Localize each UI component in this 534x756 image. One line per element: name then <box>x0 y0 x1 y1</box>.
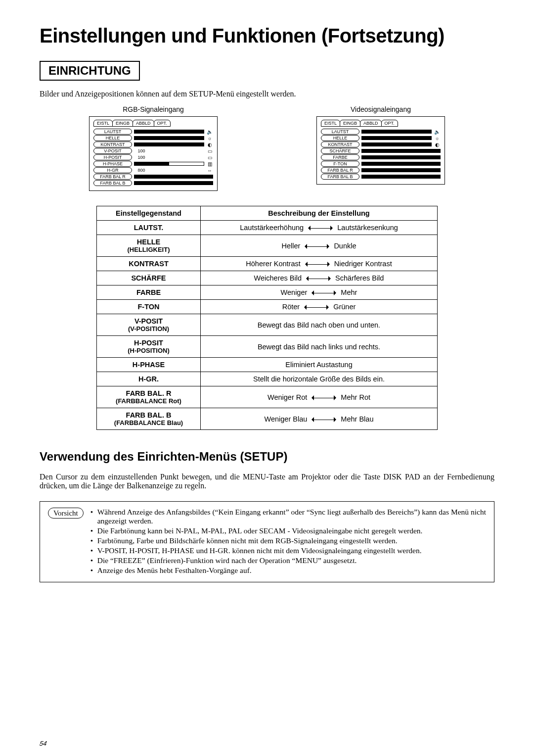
osd-item-label: H-POSIT <box>93 154 132 160</box>
table-row: FARB BAL. R(FARBBALANCE Rot)Weniger Rot … <box>97 386 438 408</box>
osd-panel-video: EISTLEINGBABBLDOPT.LAUTST🔈HELLE☼KONTRAST… <box>316 116 445 185</box>
osd-item: FARB BAL B <box>321 174 441 180</box>
osd-item: HELLE☼ <box>93 135 213 141</box>
osd-tab: EISTL <box>321 120 340 127</box>
osd-right-column: Videosignaleingang EISTLEINGBABBLDOPT.LA… <box>316 105 445 191</box>
osd-tabs: EISTLEINGBABBLDOPT. <box>321 120 441 127</box>
page-title: Einstellungen und Funktionen (Fortsetzun… <box>40 25 494 47</box>
row-desc: Bewegt das Bild nach links und rechts. <box>201 336 438 358</box>
row-item: HELLE(HELLIGKEIT) <box>97 235 201 257</box>
osd-icon: 🔈 <box>434 129 441 135</box>
row-item: LAUTST. <box>97 221 201 235</box>
osd-item: FARB BAL B <box>93 180 213 186</box>
osd-item: H-PHASE▥ <box>93 161 213 167</box>
osd-bar <box>361 130 432 134</box>
osd-item-label: LAUTST <box>321 129 359 135</box>
table-row: KONTRASTHöherer Kontrast Niedriger Kontr… <box>97 257 438 271</box>
osd-item: H-POSIT100▭ <box>93 154 213 160</box>
osd-bar <box>361 136 432 140</box>
osd-row: RGB-Signaleingang EISTLEINGBABBLDOPT.LAU… <box>40 105 494 191</box>
osd-item-label: KONTRAST <box>93 142 132 147</box>
section-heading-box: EINRICHTUNG <box>40 61 140 81</box>
osd-tabs: EISTLEINGBABBLDOPT. <box>93 120 213 127</box>
osd-icon: ☼ <box>206 136 213 141</box>
osd-icon: ↔ <box>206 168 213 173</box>
row-item: FARB BAL. R(FARBBALANCE Rot) <box>97 386 201 408</box>
row-item: SCHÄRFE <box>97 271 201 285</box>
osd-item: KONTRAST◐ <box>93 142 213 147</box>
caution-box: Vorsicht •Während Anzeige des Anfangsbil… <box>40 501 494 582</box>
osd-bar <box>361 149 441 153</box>
osd-item: FARB BAL R <box>321 167 441 173</box>
osd-bar <box>134 142 204 146</box>
row-desc: Lautstärkeerhöhung Lautstärkesenkung <box>201 221 438 235</box>
row-desc: Bewegt das Bild nach oben und unten. <box>201 314 438 336</box>
osd-item-label: HELLE <box>93 135 132 141</box>
osd-item: LAUTST🔈 <box>321 129 441 135</box>
row-desc: Höherer Kontrast Niedriger Kontrast <box>201 257 438 271</box>
row-desc: Weniger Blau Mehr Blau <box>201 408 438 430</box>
osd-icon: ◐ <box>434 142 441 147</box>
osd-icon: ☼ <box>434 136 441 141</box>
osd-item-label: HELLE <box>321 135 359 141</box>
osd-item: FARBE <box>321 154 441 160</box>
osd-bar <box>361 162 441 166</box>
intro-text: Bilder und Anzeigepositionen können auf … <box>40 90 494 98</box>
osd-icon: ▥ <box>206 161 213 167</box>
osd-item-label: FARB BAL R <box>93 174 132 180</box>
osd-tab: ABBLD <box>133 120 154 127</box>
osd-bar <box>134 130 204 134</box>
osd-item: F-TON <box>321 161 441 167</box>
osd-tab: EINGB <box>112 120 133 127</box>
caution-item: •Während Anzeige des Anfangsbildes (“Kei… <box>90 508 486 525</box>
subheading: Verwendung des Einrichten-Menüs (SETUP) <box>40 450 494 464</box>
caution-item: •Farbtönung, Farbe und Bildschärfe könne… <box>90 536 486 545</box>
osd-value: 800 <box>134 168 149 173</box>
table-row: H-POSIT(H-POSITION)Bewegt das Bild nach … <box>97 336 438 358</box>
table-row: LAUTST.Lautstärkeerhöhung Lautstärkesenk… <box>97 221 438 235</box>
caution-label: Vorsicht <box>48 508 84 519</box>
row-desc: Weicheres Bild Schärferes Bild <box>201 271 438 285</box>
osd-bar <box>134 136 204 140</box>
th-item: Einstellgegenstand <box>97 206 201 221</box>
osd-item-label: FARB BAL R <box>321 167 359 173</box>
osd-value: 100 <box>134 148 149 153</box>
table-row: HELLE(HELLIGKEIT)Heller Dunkle <box>97 235 438 257</box>
osd-bar <box>134 162 204 166</box>
osd-item: SCHÄRFE <box>321 148 441 154</box>
osd-tab: EINGB <box>340 120 360 127</box>
row-item: FARB BAL. B(FARBBALANCE Blau) <box>97 408 201 430</box>
osd-item-label: H-GR <box>93 167 132 173</box>
caution-item: •Anzeige des Menüs hebt Festhalten-Vorgä… <box>90 566 486 575</box>
osd-bar <box>134 181 213 185</box>
osd-item: HELLE☼ <box>321 135 441 141</box>
row-item: KONTRAST <box>97 257 201 271</box>
row-item: H-POSIT(H-POSITION) <box>97 336 201 358</box>
osd-bar <box>361 142 432 146</box>
th-desc: Beschreibung der Einstellung <box>201 206 438 221</box>
osd-item-label: FARBE <box>321 154 359 160</box>
subheading-text: Den Cursor zu dem einzustellenden Punkt … <box>40 472 494 490</box>
caution-item: •Die “FREEZE” (Einfrieren)-Funktion wird… <box>90 556 486 565</box>
osd-icon: 🔈 <box>206 129 213 135</box>
table-row: H-GR.Stellt die horizontale Größe des Bi… <box>97 372 438 386</box>
osd-value: 100 <box>134 155 149 160</box>
osd-item-label: H-PHASE <box>93 161 132 167</box>
table-row: F-TONRöter Grüner <box>97 300 438 314</box>
osd-item-label: LAUTST <box>93 129 132 135</box>
osd-tab: ABBLD <box>360 120 382 127</box>
osd-item-label: FARB BAL B <box>93 180 132 186</box>
osd-left-caption: RGB-Signaleingang <box>89 105 218 113</box>
row-item: H-GR. <box>97 372 201 386</box>
settings-table: Einstellgegenstand Beschreibung der Eins… <box>96 206 438 430</box>
row-desc: Weniger Mehr <box>201 285 438 300</box>
osd-tab: EISTL <box>93 120 113 127</box>
table-row: FARB BAL. B(FARBBALANCE Blau)Weniger Bla… <box>97 408 438 430</box>
osd-item-label: FARB BAL B <box>321 174 359 180</box>
table-row: SCHÄRFEWeicheres Bild Schärferes Bild <box>97 271 438 285</box>
osd-bar <box>361 175 441 179</box>
osd-icon: ◐ <box>206 142 213 147</box>
row-desc: Röter Grüner <box>201 300 438 314</box>
row-item: V-POSIT(V-POSITION) <box>97 314 201 336</box>
osd-item: FARB BAL R <box>93 174 213 180</box>
